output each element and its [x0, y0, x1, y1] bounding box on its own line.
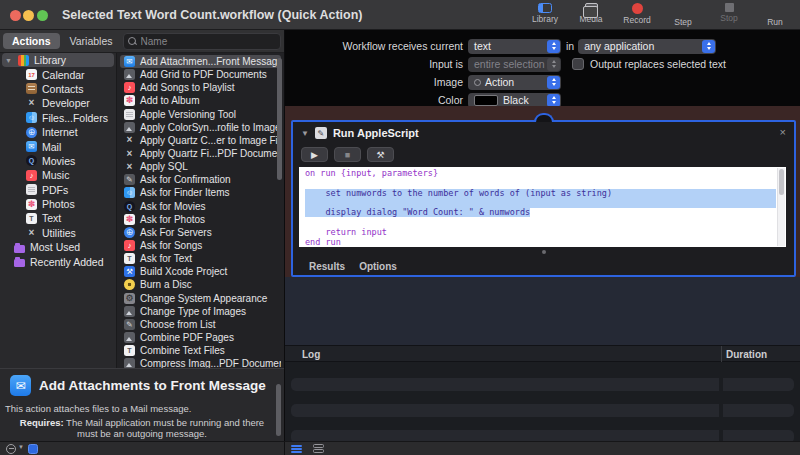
media-browser-icon[interactable]	[28, 444, 38, 454]
toolbar-button[interactable]: Library	[528, 1, 562, 24]
close-action-icon[interactable]: ×	[780, 126, 786, 138]
image-dropdown[interactable]: Action	[468, 75, 561, 90]
dropdown-stepper-icon	[702, 40, 715, 53]
toolbar-button[interactable]: Run	[758, 1, 792, 27]
image-value: Action	[485, 76, 514, 88]
sidebar-item[interactable]: ▼ PDFs	[2, 183, 114, 197]
minimize-button[interactable]	[23, 10, 34, 21]
action-list-item[interactable]: Ask For Servers	[120, 226, 281, 239]
action-list-item[interactable]: Apply Quartz C...er to Image Files	[120, 134, 281, 147]
action-header[interactable]: ▼ ✎ Run AppleScript ×	[293, 122, 794, 144]
sidebar-item[interactable]: ▼ Most Used	[2, 240, 114, 254]
sidebar-item[interactable]: ▼ Library	[2, 53, 114, 67]
run-applescript-action[interactable]: ▼ ✎ Run AppleScript × ▶ ■ ⚒ on run {inpu…	[291, 120, 796, 277]
log-list-view-icon[interactable]	[291, 445, 302, 453]
requires-text: The Mail application must be running and…	[64, 417, 265, 439]
sidebar-item[interactable]: ▼ Internet	[2, 125, 114, 139]
action-item-label: Ask for Photos	[140, 214, 205, 225]
sidebar-item[interactable]: ▼ Photos	[2, 197, 114, 211]
zoom-button[interactable]	[37, 10, 48, 21]
action-list-item[interactable]: Burn a Disc	[120, 278, 281, 291]
action-list-scrollbar[interactable]	[277, 58, 282, 180]
tab-actions[interactable]: Actions	[3, 33, 60, 49]
action-item-label: Combine PDF Pages	[140, 332, 234, 343]
close-button[interactable]	[10, 10, 21, 21]
script-run-button[interactable]: ▶	[301, 147, 328, 162]
action-list-item[interactable]: Apply Quartz Fi...PDF Documents	[120, 147, 281, 160]
sidebar-item[interactable]: ▼ Text	[2, 211, 114, 225]
action-list-item[interactable]: Add to Album	[120, 94, 281, 107]
action-list-item[interactable]: Combine Text Files	[120, 344, 281, 357]
toolbar-button[interactable]: Record	[620, 1, 654, 25]
tab-variables[interactable]: Variables	[70, 35, 113, 47]
action-list-item[interactable]: Ask for Confirmation	[120, 173, 281, 186]
search-input[interactable]	[139, 35, 276, 48]
sidebar-item[interactable]: ▼ Files...Folders	[2, 111, 114, 125]
input-is-label: Input is	[285, 58, 468, 70]
code-line[interactable]: display dialog "Word Count: " & numwords	[305, 208, 776, 218]
action-list-item[interactable]: Compress Imag...PDF Documents	[120, 357, 281, 368]
sidebar-item-icon	[26, 199, 37, 210]
action-item-icon	[124, 253, 135, 264]
sidebar-item[interactable]: ▼ Music	[2, 168, 114, 182]
action-description-panel: ✉ Add Attachments to Front Message This …	[0, 368, 284, 441]
action-list-item[interactable]: Apple Versioning Tool	[120, 108, 281, 121]
action-list-item[interactable]: Apply SQL	[120, 160, 281, 173]
search-field[interactable]	[123, 33, 281, 50]
code-line[interactable]: end run	[305, 238, 776, 247]
window-title: Selected Text Word Count.workflow (Quick…	[62, 8, 362, 22]
code-line[interactable]: set numwords to the number of words of (…	[305, 189, 776, 199]
action-list-item[interactable]: Apply ColorSyn...rofile to Images	[120, 121, 281, 134]
application-dropdown[interactable]: any application	[578, 39, 716, 54]
action-list-item[interactable]: Ask for Photos	[120, 213, 281, 226]
action-item-icon	[124, 82, 135, 93]
sidebar-item[interactable]: ▼ Recently Added	[2, 254, 114, 268]
remove-action-icon[interactable]	[6, 444, 16, 454]
toolbar-button[interactable]: Media	[574, 1, 608, 24]
action-list-item[interactable]: Add Grid to PDF Documents	[120, 68, 281, 81]
action-item-label: Ask for Movies	[140, 201, 206, 212]
action-list-item[interactable]: Add Songs to Playlist	[120, 81, 281, 94]
action-list-item[interactable]: Change Type of Images	[120, 305, 281, 318]
script-compile-button[interactable]: ⚒	[367, 147, 394, 162]
script-stop-button[interactable]: ■	[334, 147, 361, 162]
log-stack-view-icon[interactable]	[313, 444, 324, 453]
log-column-header[interactable]: Log	[302, 349, 320, 360]
sidebar-item[interactable]: ▼ Calendar	[2, 67, 114, 81]
action-list-item[interactable]: Change System Appearance	[120, 292, 281, 305]
sidebar-item[interactable]: ▼ Movies	[2, 154, 114, 168]
chevron-down-icon[interactable]: ▼	[301, 129, 309, 138]
action-list-item[interactable]: Build Xcode Project	[120, 265, 281, 278]
column-divider[interactable]	[721, 346, 722, 363]
sidebar-item[interactable]: ▼ Mail	[2, 139, 114, 153]
chevron-down-icon[interactable]: ▼	[5, 57, 13, 64]
sidebar-item[interactable]: ▼ Contacts	[2, 82, 114, 96]
output-replaces-checkbox[interactable]	[572, 58, 584, 70]
code-scrollbar[interactable]	[777, 168, 785, 246]
action-item-label: Apply SQL	[140, 161, 188, 172]
action-list-item[interactable]: Ask for Text	[120, 252, 281, 265]
sidebar-item[interactable]: ▼ Developer	[2, 96, 114, 110]
chevron-down-icon[interactable]: ▼	[18, 444, 24, 450]
code-line[interactable]: return input	[305, 228, 776, 238]
code-line[interactable]: on run {input, parameters}	[305, 169, 776, 179]
action-image-icon	[474, 79, 481, 86]
tab-options[interactable]: Options	[359, 261, 397, 272]
duration-column-header[interactable]: Duration	[726, 349, 767, 360]
description-scrollbar[interactable]	[276, 384, 281, 436]
action-list-item[interactable]: Combine PDF Pages	[120, 331, 281, 344]
action-item-label: Ask for Text	[140, 253, 192, 264]
toolbar-button[interactable]: Stop	[712, 1, 746, 23]
input-type-dropdown[interactable]: text	[468, 39, 561, 54]
action-list-item[interactable]: Ask for Movies	[120, 200, 281, 213]
action-list-item[interactable]: Choose from List	[120, 318, 281, 331]
tab-results[interactable]: Results	[309, 261, 345, 272]
applescript-editor[interactable]: on run {input, parameters} set numwords …	[299, 167, 786, 247]
action-list-item[interactable]: Ask for Songs	[120, 239, 281, 252]
resize-handle[interactable]	[542, 250, 546, 254]
action-list-item[interactable]: Add Attachmen...Front Message	[120, 55, 281, 68]
sidebar-item[interactable]: ▼ Utilities	[2, 226, 114, 240]
action-item-icon	[124, 240, 135, 251]
toolbar-button[interactable]: Step	[666, 1, 700, 27]
action-list-item[interactable]: Ask for Finder Items	[120, 186, 281, 199]
